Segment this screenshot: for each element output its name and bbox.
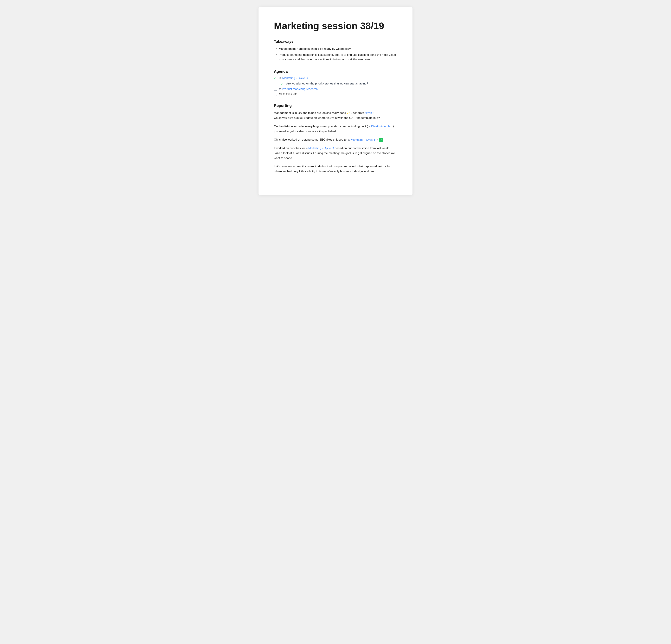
agenda-link-product-marketing-research[interactable]: ⊞ Product marketing research xyxy=(279,87,318,91)
agenda-item-3: SEO fixes left xyxy=(274,92,397,96)
sparkle-emoji: ✨ xyxy=(347,111,350,115)
takeaways-section: Takeaways Management Handbook should be … xyxy=(274,39,397,62)
checkmark-emoji: ✓ xyxy=(379,138,383,142)
agenda-item-1: ✓ ⊞ Marketing - Cycle G xyxy=(274,76,397,80)
agenda-item-content: ⊞ Product marketing research xyxy=(279,87,318,91)
list-item: Product Marketing research is just start… xyxy=(279,52,397,62)
agenda-item-text: SEO fixes left xyxy=(279,92,297,96)
agenda-item-content: ⊞ Marketing - Cycle G xyxy=(279,76,308,80)
inline-link-distribution-plan[interactable]: ⊞ Distribution plan xyxy=(369,124,392,129)
reporting-text-before-4: I worked on priorities for xyxy=(274,146,306,150)
inline-link-marketing-cycle-g[interactable]: ⊞ Marketing - Cycle G xyxy=(306,146,334,151)
link-page-icon: ⊞ xyxy=(369,125,370,128)
inline-link-label: Marketing - Cycle G xyxy=(308,146,334,151)
link-page-icon: ⊞ xyxy=(348,138,350,142)
check-icon: ✓ xyxy=(281,82,284,86)
reporting-paragraph-5: Let's book some time this week to define… xyxy=(274,164,397,174)
sub-agenda-text: Are we aligned on the priority stories t… xyxy=(286,82,368,85)
list-item: Management Handbook should be ready by w… xyxy=(279,47,397,51)
reporting-paragraph-2: On the distribution side, everything is … xyxy=(274,124,397,134)
check-icon: ✓ xyxy=(274,77,277,80)
agenda-link-label: Product marketing research xyxy=(282,87,318,91)
reporting-text-after-3: ) xyxy=(377,138,378,141)
link-page-icon: ⊞ xyxy=(306,146,308,150)
reporting-text-before-1: Management is in QA and things are looki… xyxy=(274,111,365,115)
mention-rob: @rob xyxy=(365,111,372,115)
reporting-text-before-3: Chris also worked on getting some SEO fi… xyxy=(274,138,348,141)
reporting-paragraph-3: Chris also worked on getting some SEO fi… xyxy=(274,137,397,142)
agenda-link-label: Marketing - Cycle G xyxy=(282,76,308,80)
reporting-text-before-2: On the distribution side, everything is … xyxy=(274,125,369,128)
agenda-item-2: ⊞ Product marketing research xyxy=(274,87,397,91)
page-title: Marketing session 38/19 xyxy=(274,21,397,31)
link-page-icon: ⊞ xyxy=(279,77,281,79)
inline-link-marketing-cycle-f[interactable]: ⊞ Marketing - Cycle F xyxy=(348,138,376,142)
agenda-section: Agenda ✓ ⊞ Marketing - Cycle G ✓ Are we … xyxy=(274,69,397,96)
link-page-icon: ⊞ xyxy=(279,88,281,90)
reporting-heading: Reporting xyxy=(274,103,397,108)
sub-agenda-item-1: ✓ Are we aligned on the priority stories… xyxy=(281,82,397,86)
agenda-link-marketing-cycle-g[interactable]: ⊞ Marketing - Cycle G xyxy=(279,76,308,80)
takeaways-heading: Takeaways xyxy=(274,39,397,44)
reporting-section: Reporting Management is in QA and things… xyxy=(274,103,397,174)
reporting-paragraph-1: Management is in QA and things are looki… xyxy=(274,111,397,120)
takeaways-list: Management Handbook should be ready by w… xyxy=(274,47,397,62)
checkbox-icon xyxy=(274,88,277,91)
agenda-heading: Agenda xyxy=(274,69,397,74)
page-container: Marketing session 38/19 Takeaways Manage… xyxy=(258,7,413,195)
reporting-paragraph-4: I worked on priorities for ⊞ Marketing -… xyxy=(274,146,397,161)
inline-link-label: Distribution plan xyxy=(371,124,392,129)
agenda-list: ✓ ⊞ Marketing - Cycle G ✓ Are we aligned… xyxy=(274,76,397,96)
inline-link-label: Marketing - Cycle F xyxy=(351,138,376,142)
checkbox-icon xyxy=(274,93,277,96)
